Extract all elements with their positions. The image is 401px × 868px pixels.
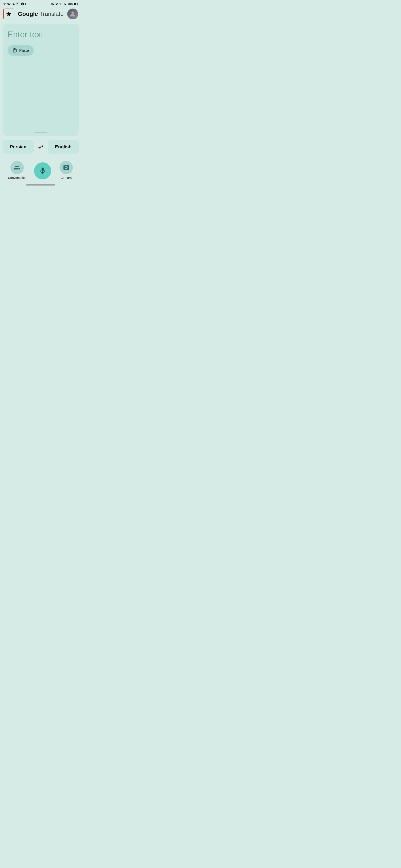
mute-icon xyxy=(55,2,58,5)
favorites-button[interactable] xyxy=(3,8,14,20)
camera-icon xyxy=(63,164,69,171)
notification-dot xyxy=(25,3,26,5)
home-indicator xyxy=(26,184,55,185)
signal-icon xyxy=(63,2,67,5)
key-icon xyxy=(51,2,54,5)
source-language-label: Persian xyxy=(10,144,27,149)
nav-item-camera[interactable]: Camera xyxy=(59,161,74,180)
camera-label: Camera xyxy=(61,176,71,180)
text-input-card[interactable]: Enter text Paste xyxy=(2,24,79,136)
source-language-button[interactable]: Persian xyxy=(2,140,34,154)
status-time: 11:45 xyxy=(3,2,11,6)
battery-icon xyxy=(74,3,78,5)
language-selector: Persian English xyxy=(0,140,82,154)
drag-handle xyxy=(34,132,47,133)
status-right: 58% xyxy=(51,2,78,5)
target-language-label: English xyxy=(55,144,71,149)
svg-point-2 xyxy=(71,11,74,14)
conversation-label: Conversation xyxy=(8,176,26,180)
person-silhouette xyxy=(69,10,77,18)
swap-languages-button[interactable] xyxy=(36,142,46,152)
navigation-icon xyxy=(12,2,15,5)
nav-item-conversation[interactable]: Conversation xyxy=(8,161,26,180)
star-icon xyxy=(6,11,12,17)
paste-label: Paste xyxy=(19,49,29,53)
whatsapp-icon xyxy=(16,2,20,6)
microphone-icon-circle xyxy=(34,162,51,180)
bottom-navigation: Conversation Camera xyxy=(0,159,82,184)
nav-item-microphone[interactable] xyxy=(34,162,51,180)
clipboard-icon xyxy=(12,48,17,53)
paste-button[interactable]: Paste xyxy=(7,45,34,56)
avatar-image xyxy=(67,8,78,20)
status-bar: 11:45 58% xyxy=(0,0,82,7)
user-avatar[interactable] xyxy=(67,8,78,20)
wifi-icon xyxy=(59,2,62,5)
title-translate: Translate xyxy=(38,11,64,17)
microphone-icon xyxy=(39,167,47,175)
conversation-icon xyxy=(14,164,21,171)
swap-icon xyxy=(37,144,44,150)
status-left: 11:45 xyxy=(3,2,26,6)
battery-text: 58% xyxy=(68,2,73,5)
skype-icon xyxy=(21,2,24,6)
enter-text-placeholder: Enter text xyxy=(7,29,74,39)
title-google: Google xyxy=(18,11,38,17)
app-header: Google Translate xyxy=(0,7,82,22)
app-title: Google Translate xyxy=(14,11,67,17)
camera-icon-circle xyxy=(59,161,73,174)
svg-point-3 xyxy=(65,167,67,168)
svg-rect-1 xyxy=(74,3,76,5)
target-language-button[interactable]: English xyxy=(48,140,79,154)
conversation-icon-circle xyxy=(10,161,24,174)
